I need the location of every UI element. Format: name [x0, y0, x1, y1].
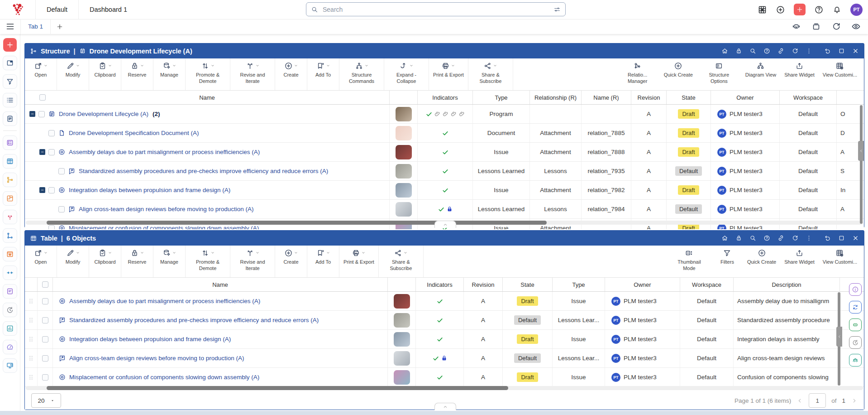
- row-checkbox[interactable]: [42, 355, 48, 362]
- more-vert-icon[interactable]: [806, 48, 812, 54]
- thumbnail[interactable]: [394, 370, 410, 385]
- sync-button[interactable]: [849, 301, 862, 314]
- table-revise-and-iterate-button[interactable]: Revise and Iterate: [230, 246, 275, 277]
- row-checkbox[interactable]: [48, 225, 55, 230]
- tree-row[interactable]: Align cross-team design reviews before m…: [25, 200, 864, 219]
- structure-create-button[interactable]: Create: [275, 58, 307, 90]
- close-icon[interactable]: [852, 48, 859, 54]
- column-header-indicators[interactable]: Indicators: [418, 91, 473, 104]
- tree-row[interactable]: Standardized assembly procedures and pre…: [25, 162, 864, 181]
- table-share-widget-button[interactable]: Share Widget: [780, 246, 819, 277]
- drag-handle-icon[interactable]: [28, 336, 34, 343]
- column-header-name-r[interactable]: Name (R): [582, 91, 631, 104]
- column-header-relationship[interactable]: Relationship (R): [530, 91, 582, 104]
- help-icon[interactable]: [814, 5, 824, 14]
- column-header-workspace[interactable]: Workspace: [680, 278, 734, 291]
- structure-revise-and-iterate-button[interactable]: Revise and Iterate: [230, 58, 275, 90]
- collaboration-button[interactable]: [849, 354, 862, 367]
- app-logo-icon[interactable]: [0, 2, 35, 17]
- preview-eye-icon[interactable]: [851, 22, 861, 31]
- row-checkbox[interactable]: [38, 111, 45, 117]
- expander-collapse-button[interactable]: −: [39, 187, 45, 193]
- table-create-button[interactable]: Create: [275, 246, 307, 277]
- column-header-owner[interactable]: Owner: [711, 91, 780, 104]
- row-checkbox[interactable]: [42, 317, 48, 323]
- notifications-icon[interactable]: [832, 5, 842, 14]
- sidebar-item-notes-view[interactable]: [3, 284, 17, 299]
- user-avatar-button[interactable]: PT: [850, 4, 863, 16]
- thumbnail[interactable]: [394, 294, 410, 309]
- lock-icon[interactable]: [735, 235, 742, 241]
- table-share-subscribe-button[interactable]: Share & Subscribe: [379, 246, 424, 277]
- sidebar-item-history-view[interactable]: [3, 303, 17, 317]
- link-icon[interactable]: [777, 235, 784, 241]
- structure-share-subscribe-button[interactable]: Share & Subscribe: [468, 58, 513, 90]
- structure-structure-options-button[interactable]: Structure Options: [697, 58, 741, 90]
- refresh-icon[interactable]: [792, 235, 798, 241]
- structure-diagram-view-button[interactable]: Diagram View: [741, 58, 780, 90]
- details-button[interactable]: [849, 283, 862, 296]
- link-icon[interactable]: [777, 48, 784, 54]
- table-row[interactable]: Misplacement or confusion of components …: [25, 368, 864, 387]
- tab-1[interactable]: Tab 1: [20, 19, 51, 34]
- structure-promote-demote-button[interactable]: Promote & Demote: [186, 58, 230, 90]
- item-name-link[interactable]: Drone Development Specification Document…: [69, 130, 199, 136]
- thumbnail[interactable]: [396, 202, 412, 217]
- structure-structure-commands-button[interactable]: Structure Commands: [339, 58, 384, 90]
- column-header-state[interactable]: State: [503, 278, 553, 291]
- search-icon[interactable]: [749, 48, 756, 54]
- item-name-link[interactable]: Align cross-team design reviews before m…: [79, 206, 253, 212]
- search-icon[interactable]: [749, 235, 756, 241]
- table-manage-button[interactable]: Manage: [153, 246, 186, 277]
- tree-row[interactable]: Drone Development Specification Document…: [25, 124, 864, 143]
- table-promote-demote-button[interactable]: Promote & Demote: [186, 246, 230, 277]
- sidebar-item-kanban-view[interactable]: [3, 191, 17, 206]
- item-name-link[interactable]: Integration delays between propulsion an…: [69, 336, 231, 343]
- column-header-description[interactable]: Description: [734, 278, 840, 291]
- item-name-link[interactable]: Misplacement or confusion of components …: [69, 374, 259, 381]
- table-hscroll-thumb[interactable]: [47, 386, 508, 390]
- table-modify-button[interactable]: Modify: [57, 246, 89, 277]
- help-circle-icon[interactable]: [763, 235, 770, 241]
- add-circle-icon[interactable]: [776, 5, 785, 14]
- item-name-link[interactable]: Assembly delays due to part misalignment…: [69, 298, 260, 304]
- table-reserve-button[interactable]: Reserve: [121, 246, 153, 277]
- column-header-type[interactable]: Type: [473, 91, 530, 104]
- structure-collapse-up-button[interactable]: [434, 221, 456, 228]
- maximize-icon[interactable]: [838, 48, 845, 54]
- thumbnail[interactable]: [396, 164, 412, 179]
- structure-print-export-button[interactable]: Print & Export: [429, 58, 468, 90]
- row-checkbox[interactable]: [48, 187, 55, 193]
- row-checkbox[interactable]: [48, 149, 55, 155]
- item-name-link[interactable]: Drone Development Lifecycle (A): [59, 111, 148, 117]
- column-header-revision[interactable]: Revision: [464, 278, 503, 291]
- sidebar-item-node-graph[interactable]: [3, 228, 17, 243]
- search-input[interactable]: [322, 5, 550, 14]
- thumbnail[interactable]: [396, 183, 412, 198]
- search-settings-icon[interactable]: [553, 6, 561, 13]
- expander-collapse-button[interactable]: −: [39, 149, 45, 155]
- structure-quick-create-button[interactable]: Quick Create: [660, 58, 697, 90]
- structure-expand-collapse-button[interactable]: Expand - Collapse: [384, 58, 429, 90]
- item-name-link[interactable]: Standardized assembly procedures and pre…: [79, 168, 328, 174]
- tree-row[interactable]: −Drone Development Lifecycle (A)(2)Progr…: [25, 105, 864, 124]
- global-search[interactable]: [306, 2, 566, 16]
- main-menu-icon[interactable]: [0, 22, 20, 31]
- column-header-name[interactable]: Name: [53, 278, 388, 291]
- help-circle-icon[interactable]: [763, 48, 770, 54]
- column-header-owner[interactable]: Owner: [605, 278, 680, 291]
- select-all-checkbox[interactable]: [42, 281, 48, 288]
- sidebar-item-quick-add[interactable]: [3, 38, 17, 52]
- sidebar-item-table-view[interactable]: [3, 154, 17, 169]
- row-checkbox[interactable]: [58, 168, 65, 174]
- structure-relatio-manager-button[interactable]: Relatio... Manager: [615, 58, 660, 90]
- structure-modify-button[interactable]: Modify: [57, 58, 89, 90]
- maximize-icon[interactable]: [838, 235, 845, 241]
- sidebar-item-filter[interactable]: [3, 74, 17, 89]
- column-header-select[interactable]: [38, 278, 53, 291]
- close-icon[interactable]: [852, 235, 859, 241]
- drag-handle-icon[interactable]: [28, 298, 34, 304]
- select-all-checkbox[interactable]: [39, 94, 46, 101]
- structure-clipboard-button[interactable]: Clipboard: [89, 58, 121, 90]
- thumbnail[interactable]: [394, 313, 410, 328]
